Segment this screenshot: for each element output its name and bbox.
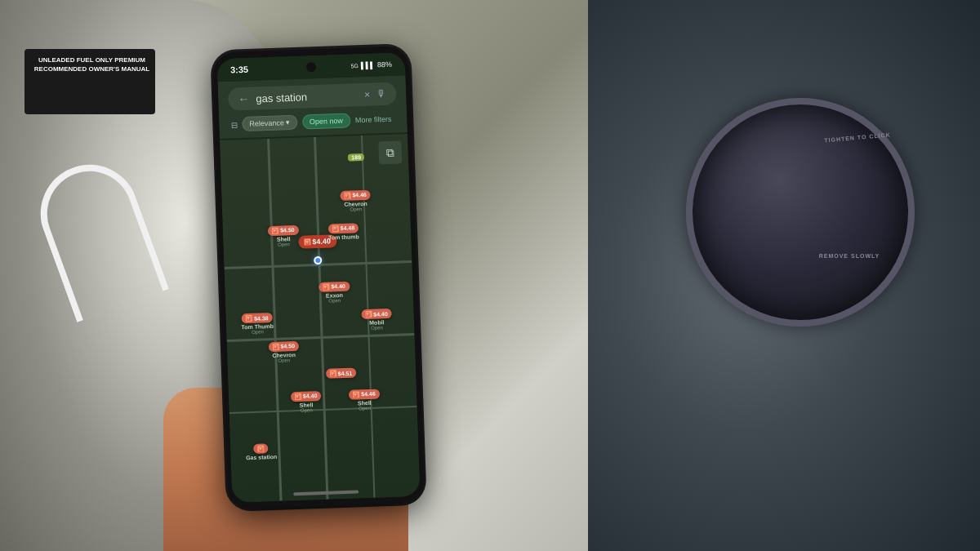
marker-tomthumb2[interactable]: ⛽ $4.38 Tom Thumb Open (241, 313, 274, 335)
marker-unknown1[interactable]: ⛽ $4.51 (326, 368, 357, 379)
marker-bubble-shell3: ⛽ $4.46 (349, 389, 380, 399)
marker-mobil1[interactable]: ⛽ $4.40 Mobil Open (361, 309, 392, 331)
station-status-exxon1: Open (328, 298, 341, 304)
fuel-icon: ⛽ (323, 283, 329, 290)
station-status-shell2: Open (301, 407, 313, 413)
station-status-shell1: Open (278, 242, 290, 247)
marker-bubble-unknown1: ⛽ $4.51 (326, 368, 357, 379)
search-row[interactable]: ← gas station × 🎙 (228, 82, 397, 111)
station-status-chevron2: Open (278, 358, 290, 363)
remove-label: REMOVE SLOWLY (800, 253, 898, 259)
fuel-icon: ⛽ (365, 311, 372, 318)
fuel-icon: ⛽ (246, 315, 252, 322)
marker-bubble-tomthumb1: ⛽ $4.48 (328, 223, 359, 233)
phone: 3:35 5G ▌▌▌ 88% ← gas station × 🎙 (212, 46, 424, 509)
open-now-filter-chip[interactable]: Open now (302, 113, 351, 130)
marker-bubble-tomthumb2: ⛽ $4.38 (242, 313, 273, 323)
dropdown-arrow-icon: ▾ (286, 118, 290, 127)
marker-bubble-chevron2: ⛽ $4.50 (268, 341, 299, 352)
station-status-mobil1: Open (371, 325, 383, 331)
marker-shell2[interactable]: ⛽ $4.40 Shell Open (291, 391, 322, 413)
filter-row: ⊟ Relevance ▾ Open now More filters (229, 112, 398, 132)
marker-tomthumb1-price[interactable]: ⛽ $4.48 Tom thumb (328, 223, 359, 240)
marker-bubble-mobil1: ⛽ $4.40 (361, 309, 392, 319)
marker-chevron1[interactable]: ⛽ $4.46 Chevron Open (340, 189, 371, 211)
layers-icon: ⧉ (385, 145, 394, 159)
marker-bubble-exxon1: ⛽ $4.40 (318, 281, 350, 291)
signal-5g-icon: 5G (350, 63, 359, 69)
phone-screen: 3:35 5G ▌▌▌ 88% ← gas station × 🎙 (217, 52, 421, 503)
search-area: ← gas station × 🎙 ⊟ Relevance ▾ Open now… (218, 75, 408, 139)
relevance-label: Relevance (249, 118, 284, 127)
filter-icon: ⊟ (230, 120, 237, 129)
marker-chevron2[interactable]: ⛽ $4.50 Chevron Open (268, 341, 299, 363)
station-name-tomthumb1: Tom thumb (328, 233, 359, 240)
road-vertical-2 (314, 137, 328, 500)
map-area[interactable]: 189 ⧉ ⛽ $4.46 Chevron Open (220, 134, 420, 503)
marker-bubble-shell1: ⛽ $4.50 (268, 224, 299, 235)
fuel-icon: ⛽ (304, 238, 310, 245)
more-filters-button[interactable]: More filters (355, 115, 392, 125)
marker-exxon1[interactable]: ⛽ $4.40 Exxon Open (318, 281, 350, 303)
fuel-icon: ⛽ (330, 370, 336, 376)
station-status-tomthumb2: Open (252, 329, 264, 335)
fuel-label: UNLEADED FUEL ONLY PREMIUM RECOMMENDED O… (29, 56, 155, 73)
fuel-icon: ⛽ (272, 343, 278, 349)
layers-button[interactable]: ⧉ (378, 140, 402, 164)
fuel-icon: ⛽ (295, 393, 301, 400)
signal-bars-icon: ▌▌▌ (361, 61, 375, 69)
fuel-icon: ⛽ (344, 192, 350, 198)
background-scene: UNLEADED FUEL ONLY PREMIUM RECOMMENDED O… (0, 0, 980, 551)
status-icons: 5G ▌▌▌ 88% (350, 60, 392, 70)
fuel-icon: ⛽ (353, 391, 359, 398)
fuel-icon: ⛽ (332, 225, 339, 232)
mic-button[interactable]: 🎙 (376, 88, 386, 100)
status-time: 3:35 (230, 64, 248, 75)
marker-gasstation1[interactable]: ⛽ Gas station (245, 443, 277, 460)
station-status-chevron1: Open (350, 207, 362, 212)
fuel-icon: ⛽ (258, 445, 265, 451)
marker-shell3[interactable]: ⛽ $4.46 Shell Open (349, 389, 380, 411)
cable-shape (27, 151, 169, 322)
marker-shell1[interactable]: ⛽ $4.50 Shell Open (268, 224, 299, 247)
station-name-gasstation1: Gas station (246, 454, 277, 460)
gas-cap-right: TIGHTEN TO CLICK REMOVE SLOWLY (588, 0, 980, 551)
marker-bubble-chevron1: ⛽ $4.46 (340, 189, 371, 200)
open-now-label: Open now (310, 117, 343, 126)
battery-icon: 88% (377, 60, 392, 69)
marker-bubble-shell2: ⛽ $4.40 (291, 391, 322, 402)
route-badge: 189 (348, 153, 364, 162)
search-query[interactable]: gas station (256, 89, 358, 104)
relevance-filter-chip[interactable]: Relevance ▾ (242, 115, 297, 131)
station-status-shell3: Open (359, 406, 371, 411)
fuel-icon: ⛽ (272, 227, 278, 233)
clear-search-button[interactable]: × (364, 89, 370, 100)
marker-bubble-gasstation1: ⛽ (254, 443, 269, 454)
back-button[interactable]: ← (238, 92, 250, 105)
